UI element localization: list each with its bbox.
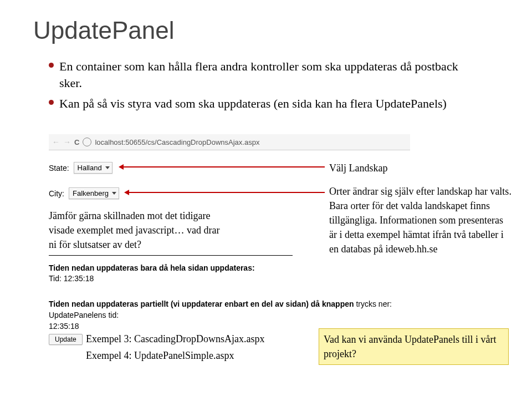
right-paragraph: Orter ändrar sig själv efter landskap ha… (329, 184, 512, 256)
globe-icon (83, 138, 91, 146)
url-text: localhost:50655/cs/CascadingDropDownsAja… (95, 138, 259, 146)
left-compare-note: Jämför gärna skillnaden mot det tidigare… (49, 209, 226, 252)
chevron-down-icon (105, 166, 110, 169)
exempel-3: Exempel 3: CascadingDropDownsAjax.aspx (86, 332, 264, 346)
bullet-dot (49, 63, 54, 68)
tiden-line-2: Tiden nedan uppdateras partiellt (vi upp… (49, 299, 392, 308)
updatepanelens-tid-label: UpdatePanelens tid: (49, 311, 119, 319)
update-button[interactable]: Update (49, 334, 83, 345)
exempel-4: Exempel 4: UpdatePanelSimple.aspx (86, 348, 234, 363)
city-select[interactable]: Falkenberg (69, 187, 119, 199)
tiden-line-2a: Tiden nedan uppdateras partiellt (vi upp… (49, 299, 354, 308)
arrow-red-2 (129, 192, 325, 193)
highlight-text: Vad kan vi använda UpdatePanels till i v… (324, 332, 504, 361)
city-label: City: (49, 189, 64, 198)
tiden-line-1: Tiden nedan uppdateras bara då hela sida… (49, 263, 255, 272)
divider (49, 255, 293, 256)
bullet-1-text: En container som kan hålla flera andra k… (59, 58, 470, 91)
state-row: State: Halland (49, 162, 112, 174)
state-label: State: (49, 164, 69, 172)
tiden-line-2b: trycks ner: (354, 299, 392, 308)
bullet-2-row: Kan på så vis styra vad som ska uppdater… (49, 95, 470, 112)
bullet-1-row: En container som kan hålla flera andra k… (49, 58, 470, 91)
reload-icon[interactable]: C (74, 138, 79, 146)
arrow-red-1 (123, 166, 325, 167)
page-title: UpdatePanel (33, 17, 174, 44)
bullet-2-text: Kan på så vis styra vad som ska uppdater… (59, 95, 447, 112)
state-value: Halland (78, 164, 102, 172)
tid-label: Tid: 12:35:18 (49, 274, 94, 283)
forward-icon[interactable]: → (63, 138, 71, 146)
highlight-box: Vad kan vi använda UpdatePanels till i v… (319, 328, 509, 365)
back-icon[interactable]: ← (52, 138, 60, 146)
time-2: 12:35:18 (49, 322, 79, 331)
city-row: City: Falkenberg (49, 187, 119, 199)
state-select[interactable]: Halland (74, 162, 112, 174)
city-value: Falkenberg (73, 189, 109, 197)
bullet-dot (49, 100, 54, 105)
browser-toolbar: ← → C localhost:50655/cs/CascadingDropDo… (49, 134, 410, 150)
right-heading: Välj Landskap (329, 161, 387, 175)
chevron-down-icon (112, 192, 116, 195)
